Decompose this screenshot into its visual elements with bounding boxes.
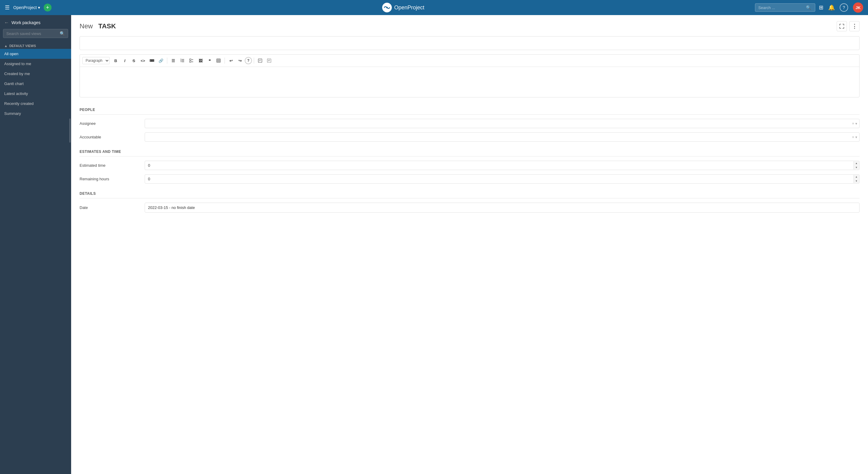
logo-icon xyxy=(382,3,392,12)
svg-rect-19 xyxy=(267,59,271,62)
layout: ← Work packages 🔍 ▲ DEFAULT VIEWS All op… xyxy=(0,15,868,474)
svg-text:3: 3 xyxy=(181,61,181,62)
task-list-button[interactable] xyxy=(187,56,195,65)
brand: OpenProject xyxy=(55,3,751,12)
assignee-control: × ▾ xyxy=(145,119,860,128)
date-group: Date xyxy=(80,203,860,213)
sidebar-item-all-open[interactable]: All open xyxy=(0,49,71,59)
svg-rect-9 xyxy=(190,61,191,62)
estimated-time-spinners: ▲ ▼ xyxy=(854,161,859,170)
toolbar-sep-2 xyxy=(224,58,225,64)
editor-body[interactable] xyxy=(80,67,859,97)
search-input[interactable] xyxy=(758,5,804,10)
blockquote-button[interactable]: ❝ xyxy=(205,56,214,65)
brand-text: OpenProject xyxy=(394,4,424,11)
sidebar-item-summary[interactable]: Summary xyxy=(0,109,71,119)
sidebar-title: Work packages xyxy=(11,20,40,25)
sidebar-search[interactable]: 🔍 xyxy=(3,29,68,38)
bullet-list-button[interactable]: ☰ xyxy=(169,56,178,65)
estimated-time-up[interactable]: ▲ xyxy=(854,161,859,166)
table-button[interactable] xyxy=(214,56,223,65)
strikethrough-button[interactable]: S xyxy=(130,56,138,65)
remaining-hours-down[interactable]: ▼ xyxy=(854,179,859,183)
assignee-select[interactable] xyxy=(145,119,860,128)
accountable-label: Accountable xyxy=(80,135,140,139)
svg-rect-16 xyxy=(258,59,262,62)
macro2-button[interactable] xyxy=(265,56,273,65)
fullscreen-button[interactable] xyxy=(837,21,847,31)
help-icon[interactable]: ? xyxy=(840,3,848,12)
navbar: ☰ OpenProject ▾ + OpenProject 🔍 ⊞ 🔔 ? JK xyxy=(0,0,868,15)
accountable-group: Accountable × ▾ xyxy=(80,132,860,142)
estimated-time-label: Estimated time xyxy=(80,163,140,168)
more-options-button[interactable]: ⋮ xyxy=(849,21,860,31)
sidebar-item-recently-created[interactable]: Recently created xyxy=(0,98,71,109)
help-button[interactable]: ? xyxy=(245,57,252,64)
remaining-hours-group: Remaining hours ▲ ▼ xyxy=(80,174,860,184)
estimated-time-input[interactable] xyxy=(145,161,860,170)
project-name: OpenProject xyxy=(13,5,37,10)
sidebar-scrollbar[interactable] xyxy=(69,119,70,143)
code-inline-button[interactable]: <> xyxy=(138,56,147,65)
sidebar-items-list: All openAssigned to meCreated by meGantt… xyxy=(0,49,71,119)
accountable-select[interactable] xyxy=(145,132,860,142)
title-new: New xyxy=(80,22,93,30)
sidebar-section-label: ▲ DEFAULT VIEWS xyxy=(0,41,71,49)
search-icon: 🔍 xyxy=(806,5,811,10)
avatar[interactable]: JK xyxy=(853,2,863,13)
estimated-time-group: Estimated time ▲ ▼ xyxy=(80,161,860,170)
date-input[interactable] xyxy=(145,203,860,213)
link-button[interactable]: 🔗 xyxy=(157,56,165,65)
sidebar-search-input[interactable] xyxy=(6,31,58,36)
sidebar-header: ← Work packages xyxy=(0,15,71,29)
sidebar-back-icon[interactable]: ← xyxy=(4,20,9,25)
remaining-hours-spinners: ▲ ▼ xyxy=(854,175,859,183)
italic-button[interactable]: I xyxy=(121,56,129,65)
bold-button[interactable]: B xyxy=(112,56,120,65)
remaining-hours-up[interactable]: ▲ xyxy=(854,175,859,179)
remaining-hours-input-wrap: ▲ ▼ xyxy=(145,174,860,184)
image-button[interactable]: 🖼 xyxy=(196,56,205,65)
people-section-title: PEOPLE xyxy=(80,105,860,115)
new-item-button[interactable]: + xyxy=(44,4,52,11)
estimated-time-down[interactable]: ▼ xyxy=(854,166,859,170)
paragraph-select[interactable]: Paragraph xyxy=(82,57,110,64)
redo-button[interactable]: ↪ xyxy=(236,56,244,65)
grid-icon[interactable]: ⊞ xyxy=(819,4,824,11)
svg-rect-11 xyxy=(217,59,220,62)
sidebar-item-assigned-to-me[interactable]: Assigned to me xyxy=(0,59,71,69)
global-search[interactable]: 🔍 xyxy=(755,3,815,12)
sidebar-item-latest-activity[interactable]: Latest activity xyxy=(0,89,71,98)
sidebar-search-icon: 🔍 xyxy=(60,31,65,36)
task-title-input[interactable] xyxy=(80,36,860,50)
remaining-hours-control: ▲ ▼ xyxy=(145,174,860,184)
project-dropdown-icon: ▾ xyxy=(38,5,40,10)
main-content: New TASK ⋮ Paragraph xyxy=(71,15,868,474)
assignee-group: Assignee × ▾ xyxy=(80,119,860,128)
assignee-select-wrap: × ▾ xyxy=(145,119,860,128)
editor-wrap: Paragraph B I S <> ⌨ 🔗 ☰ 123 🖼 ❝ xyxy=(80,54,860,97)
sidebar-chevron-icon[interactable]: ▲ xyxy=(4,44,7,48)
menu-icon[interactable]: ☰ xyxy=(5,4,10,11)
bell-icon[interactable]: 🔔 xyxy=(828,4,835,11)
undo-button[interactable]: ↩ xyxy=(227,56,235,65)
details-section-title: DETAILS xyxy=(80,188,860,199)
toolbar-sep-3 xyxy=(254,58,254,64)
header-actions: ⋮ xyxy=(837,21,860,31)
remaining-hours-input[interactable] xyxy=(145,174,860,184)
project-switcher[interactable]: OpenProject ▾ xyxy=(13,5,40,10)
page-title: New TASK xyxy=(80,22,116,30)
editor-toolbar: Paragraph B I S <> ⌨ 🔗 ☰ 123 🖼 ❝ xyxy=(80,55,859,67)
sidebar: ← Work packages 🔍 ▲ DEFAULT VIEWS All op… xyxy=(0,15,71,474)
svg-rect-7 xyxy=(190,59,191,60)
code-block-button[interactable]: ⌨ xyxy=(148,56,156,65)
sidebar-item-gantt-chart[interactable]: Gantt chart xyxy=(0,79,71,89)
assignee-label: Assignee xyxy=(80,121,140,126)
accountable-select-wrap: × ▾ xyxy=(145,132,860,142)
navbar-icons: ⊞ 🔔 ? JK xyxy=(819,2,863,13)
ordered-list-button[interactable]: 123 xyxy=(178,56,187,65)
date-control xyxy=(145,203,860,213)
title-type: TASK xyxy=(98,22,116,30)
macro1-button[interactable] xyxy=(256,56,264,65)
sidebar-item-created-by-me[interactable]: Created by me xyxy=(0,69,71,79)
